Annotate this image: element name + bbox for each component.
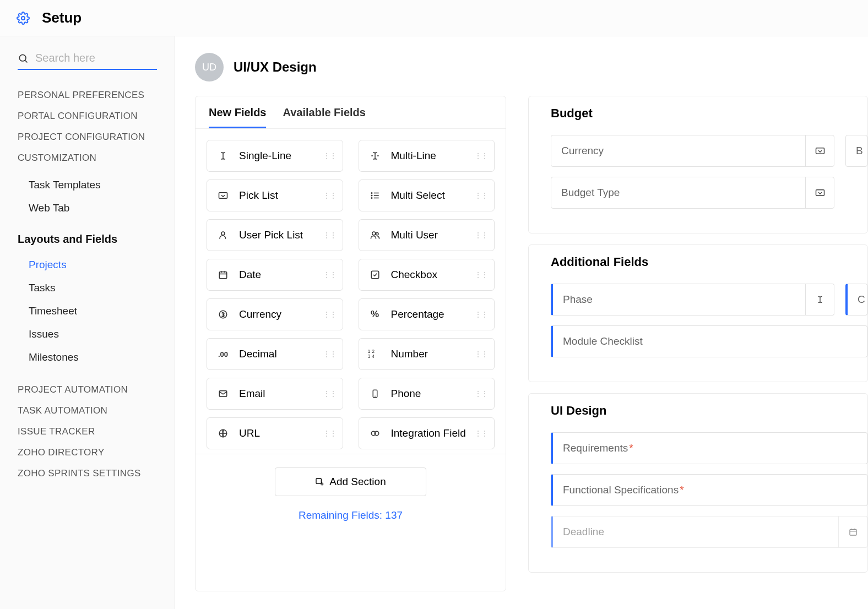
phase-field[interactable]: Phase bbox=[551, 284, 834, 316]
project-title: UI/UX Design bbox=[234, 59, 317, 75]
section-additional: Additional Fields Phase C Module Check bbox=[528, 244, 868, 382]
svg-point-1 bbox=[19, 55, 26, 61]
field-type-icon bbox=[805, 177, 834, 208]
drag-handle-icon: ⋮⋮ bbox=[474, 231, 487, 240]
drag-handle-icon: ⋮⋮ bbox=[323, 350, 336, 358]
field-label: Decimal bbox=[239, 348, 323, 360]
svg-rect-3 bbox=[219, 193, 227, 199]
tab-available-fields[interactable]: Available Fields bbox=[283, 106, 365, 128]
nav-zoho-directory[interactable]: ZOHO DIRECTORY bbox=[18, 447, 157, 458]
field-decimal[interactable]: .00 Decimal ⋮⋮ bbox=[207, 338, 343, 370]
field-email[interactable]: Email ⋮⋮ bbox=[207, 378, 343, 410]
top-header: Setup bbox=[0, 0, 868, 36]
field-url[interactable]: URL ⋮⋮ bbox=[207, 417, 343, 449]
multiline-icon bbox=[368, 151, 382, 161]
required-asterisk: * bbox=[629, 442, 633, 454]
requirements-field[interactable]: Requirements* bbox=[551, 432, 867, 464]
field-label: User Pick List bbox=[239, 229, 323, 241]
dropdown-icon bbox=[216, 192, 230, 199]
field-number[interactable]: 1 23 4 Number ⋮⋮ bbox=[359, 338, 495, 370]
field-currency[interactable]: Currency ⋮⋮ bbox=[207, 298, 343, 330]
field-multi-user[interactable]: Multi User ⋮⋮ bbox=[359, 219, 495, 251]
gear-icon bbox=[17, 12, 30, 25]
nav-timesheet[interactable]: Timesheet bbox=[18, 300, 157, 323]
svg-rect-17 bbox=[371, 271, 379, 279]
nav-tasks[interactable]: Tasks bbox=[18, 276, 157, 300]
drag-handle-icon: ⋮⋮ bbox=[474, 350, 487, 358]
nav-project-automation[interactable]: PROJECT AUTOMATION bbox=[18, 384, 157, 395]
text-cursor-icon bbox=[216, 151, 230, 161]
nav-projects[interactable]: Projects bbox=[18, 253, 157, 276]
field-label: Email bbox=[239, 388, 323, 400]
field-type-icon bbox=[805, 135, 834, 166]
nav-customization[interactable]: CUSTOMIZATION bbox=[18, 153, 157, 164]
svg-point-12 bbox=[376, 233, 378, 236]
field-checkbox[interactable]: Checkbox ⋮⋮ bbox=[359, 259, 495, 291]
checkbox-icon bbox=[368, 270, 382, 280]
drag-handle-icon: ⋮⋮ bbox=[474, 270, 487, 279]
functional-spec-field[interactable]: Functional Specifications* bbox=[551, 474, 867, 506]
nav-task-templates[interactable]: Task Templates bbox=[18, 173, 157, 197]
field-user-pick-list[interactable]: User Pick List ⋮⋮ bbox=[207, 219, 343, 251]
add-section-label: Add Section bbox=[329, 476, 386, 488]
drag-handle-icon: ⋮⋮ bbox=[474, 151, 487, 160]
field-label: Currency bbox=[239, 308, 323, 320]
field-percentage[interactable]: % Percentage ⋮⋮ bbox=[359, 298, 495, 330]
section-title: Budget bbox=[551, 106, 867, 121]
layout-sections: Budget Currency B Budget Type bbox=[528, 96, 868, 591]
nav-zoho-sprints[interactable]: ZOHO SPRINTS SETTINGS bbox=[18, 468, 157, 479]
svg-rect-13 bbox=[219, 272, 227, 279]
svg-point-9 bbox=[371, 198, 372, 199]
nav-project-configuration[interactable]: PROJECT CONFIGURATION bbox=[18, 132, 157, 143]
svg-point-8 bbox=[371, 195, 372, 196]
field-phone[interactable]: Phone ⋮⋮ bbox=[359, 378, 495, 410]
main-content: UD UI/UX Design New Fields Available Fie… bbox=[175, 36, 868, 609]
field-label: Single-Line bbox=[239, 150, 323, 162]
module-checklist-field[interactable]: Module Checklist bbox=[551, 325, 867, 357]
field-label: URL bbox=[239, 427, 323, 439]
sidebar: PERSONAL PREFERENCES PORTAL CONFIGURATIO… bbox=[0, 36, 175, 609]
budget-extra-field[interactable]: B bbox=[845, 135, 867, 167]
svg-rect-29 bbox=[816, 190, 824, 196]
field-label: Integration Field bbox=[391, 427, 475, 439]
field-label: Date bbox=[239, 269, 323, 281]
field-label: Multi Select bbox=[391, 189, 475, 202]
sidebar-search[interactable] bbox=[18, 52, 157, 70]
search-input[interactable] bbox=[35, 52, 175, 64]
field-label: Number bbox=[391, 348, 475, 360]
nav-milestones[interactable]: Milestones bbox=[18, 346, 157, 369]
budget-currency-field[interactable]: Currency bbox=[551, 135, 834, 167]
nav-web-tab[interactable]: Web Tab bbox=[18, 197, 157, 220]
additional-extra-field[interactable]: C bbox=[845, 284, 867, 316]
field-single-line[interactable]: Single-Line ⋮⋮ bbox=[207, 140, 343, 172]
nav-task-automation[interactable]: TASK AUTOMATION bbox=[18, 405, 157, 416]
fields-panel: New Fields Available Fields Single-Line … bbox=[195, 96, 506, 591]
nav-issues[interactable]: Issues bbox=[18, 323, 157, 346]
tab-new-fields[interactable]: New Fields bbox=[209, 106, 266, 128]
project-header: UD UI/UX Design bbox=[195, 53, 868, 81]
nav-issue-tracker[interactable]: ISSUE TRACKER bbox=[18, 426, 157, 437]
budget-type-field[interactable]: Budget Type bbox=[551, 177, 834, 209]
percent-icon: % bbox=[368, 309, 382, 320]
field-multi-select[interactable]: Multi Select ⋮⋮ bbox=[359, 180, 495, 211]
field-label: B bbox=[856, 145, 863, 157]
drag-handle-icon: ⋮⋮ bbox=[474, 310, 487, 319]
field-multi-line[interactable]: Multi-Line ⋮⋮ bbox=[359, 140, 495, 172]
field-integration[interactable]: Integration Field ⋮⋮ bbox=[359, 417, 495, 449]
field-label: Pick List bbox=[239, 189, 323, 202]
nav-layouts-and-fields[interactable]: Layouts and Fields bbox=[18, 233, 157, 246]
nav-portal-configuration[interactable]: PORTAL CONFIGURATION bbox=[18, 111, 157, 122]
drag-handle-icon: ⋮⋮ bbox=[474, 389, 487, 398]
nav-personal-preferences[interactable]: PERSONAL PREFERENCES bbox=[18, 90, 157, 101]
field-label: Phase bbox=[563, 293, 593, 306]
search-icon bbox=[18, 53, 29, 64]
field-pick-list[interactable]: Pick List ⋮⋮ bbox=[207, 180, 343, 211]
field-label: Module Checklist bbox=[563, 335, 643, 347]
field-date[interactable]: Date ⋮⋮ bbox=[207, 259, 343, 291]
deadline-field[interactable]: Deadline bbox=[551, 516, 867, 548]
drag-handle-icon: ⋮⋮ bbox=[323, 429, 336, 438]
integration-icon bbox=[368, 428, 382, 438]
field-label: Multi User bbox=[391, 229, 475, 241]
svg-point-7 bbox=[371, 193, 372, 194]
add-section-button[interactable]: Add Section bbox=[275, 467, 426, 496]
